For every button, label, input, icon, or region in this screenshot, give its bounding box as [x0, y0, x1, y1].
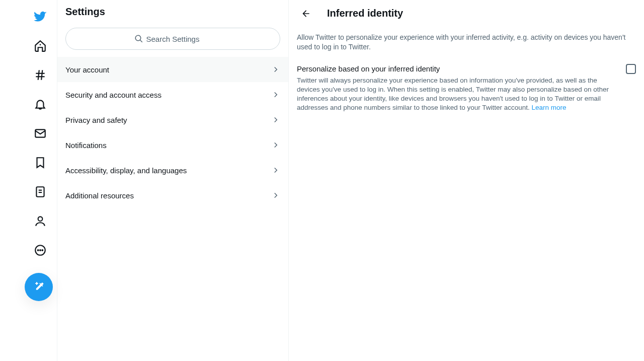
learn-more-link[interactable]: Learn more [532, 104, 567, 111]
settings-item-notifications[interactable]: Notifications [57, 132, 288, 158]
detail-panel: Inferred identity Allow Twitter to perso… [289, 0, 644, 361]
settings-item-privacy[interactable]: Privacy and safety [57, 107, 288, 132]
arrow-left-icon [301, 9, 311, 19]
chevron-right-icon [271, 166, 280, 175]
search-box[interactable] [65, 28, 280, 50]
settings-item-resources[interactable]: Additional resources [57, 183, 288, 208]
messages-icon[interactable] [28, 121, 53, 146]
search-icon [134, 34, 143, 43]
explore-icon[interactable] [28, 62, 53, 88]
bookmarks-icon[interactable] [28, 150, 53, 175]
search-input[interactable] [146, 35, 212, 43]
notifications-icon[interactable] [28, 92, 53, 117]
svg-line-4 [41, 70, 42, 80]
settings-item-accessibility[interactable]: Accessibility, display, and languages [57, 158, 288, 183]
detail-title: Inferred identity [327, 8, 403, 19]
svg-point-11 [38, 250, 39, 251]
settings-panel: Settings Your account Security and accou… [57, 0, 289, 361]
detail-description: Allow Twitter to personalize your experi… [289, 27, 644, 58]
settings-item-your-account[interactable]: Your account [57, 57, 288, 82]
settings-item-label: Privacy and safety [65, 116, 127, 124]
settings-title: Settings [57, 0, 288, 24]
search-container [57, 24, 288, 57]
svg-line-3 [38, 70, 39, 80]
primary-nav [0, 0, 57, 361]
settings-item-label: Security and account access [65, 91, 162, 99]
svg-point-0 [40, 44, 41, 45]
more-icon[interactable] [28, 238, 53, 263]
svg-point-13 [42, 250, 43, 251]
detail-header: Inferred identity [289, 0, 644, 27]
back-button[interactable] [297, 5, 315, 23]
chevron-right-icon [271, 191, 280, 200]
chevron-right-icon [271, 140, 280, 150]
personalize-checkbox[interactable] [626, 64, 636, 74]
setting-row-header: Personalize based on your inferred ident… [297, 64, 636, 74]
twitter-logo-icon[interactable] [28, 4, 53, 29]
settings-item-security[interactable]: Security and account access [57, 82, 288, 107]
home-icon[interactable] [28, 33, 53, 58]
compose-button[interactable] [25, 273, 53, 301]
settings-item-label: Accessibility, display, and languages [65, 166, 187, 175]
chevron-right-icon [271, 65, 280, 74]
setting-row-title: Personalize based on your inferred ident… [297, 64, 440, 73]
setting-inferred-identity: Personalize based on your inferred ident… [289, 58, 644, 115]
setting-row-body: Twitter will always personalize your exp… [297, 74, 636, 113]
settings-item-label: Your account [65, 65, 109, 74]
chevron-right-icon [271, 90, 280, 99]
settings-item-label: Notifications [65, 141, 107, 150]
svg-point-9 [38, 216, 43, 221]
profile-icon[interactable] [28, 208, 53, 234]
settings-item-label: Additional resources [65, 191, 134, 200]
chevron-right-icon [271, 115, 280, 124]
svg-point-12 [40, 250, 41, 251]
lists-icon[interactable] [28, 179, 53, 204]
